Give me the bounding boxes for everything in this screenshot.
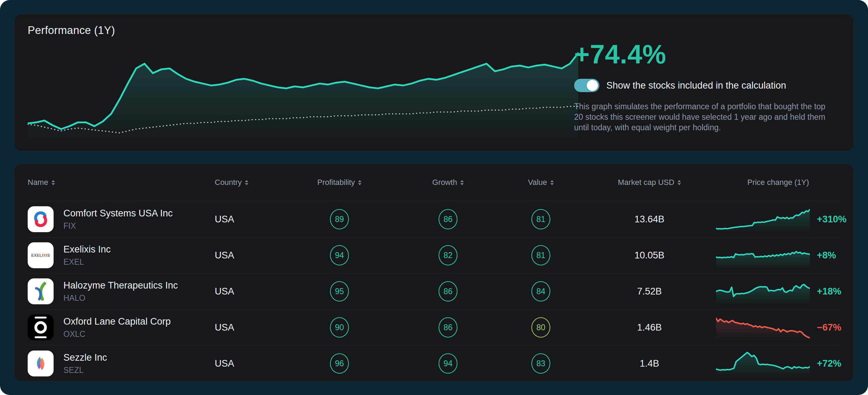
country-cell: USA (210, 358, 282, 369)
market-cap-cell: 7.52B (583, 286, 716, 297)
company-ticker: SEZL (63, 366, 107, 375)
country-cell: USA (210, 286, 282, 297)
column-label: Name (28, 178, 48, 187)
sort-icon (677, 180, 681, 185)
name-cell: Halozyme Therapeutics Inc HALO (28, 278, 210, 304)
price-sparkline (716, 206, 810, 233)
toggle-label: Show the stocks included in the calculat… (606, 80, 786, 91)
profitability-score: 95 (330, 281, 349, 302)
country-cell: USA (210, 322, 282, 333)
company-ticker: FIX (63, 221, 173, 231)
column-label: Profitability (317, 178, 355, 187)
market-cap-cell: 1.4B (583, 358, 716, 369)
profitability-score: 94 (330, 245, 349, 265)
table-row[interactable]: Oxford Lane Capital Corp OXLC USA 90 86 … (28, 309, 840, 345)
value-score: 83 (531, 353, 550, 374)
column-label: Growth (432, 178, 457, 187)
profitability-score: 90 (330, 317, 349, 338)
table-row[interactable]: Halozyme Therapeutics Inc HALO USA 95 86… (28, 273, 840, 309)
value-score: 81 (531, 209, 550, 229)
value-score: 84 (531, 281, 550, 302)
price-change-cell: +18% (716, 278, 848, 305)
comfort-systems-logo-icon (30, 209, 51, 229)
oxford-lane-logo-icon (28, 314, 54, 340)
stocks-table-card: NameCountryProfitabilityGrowthValueMarke… (14, 164, 854, 382)
name-cell: EXELIXIS Exelixis Inc EXEL (28, 242, 210, 268)
company-logo (28, 206, 54, 232)
price-change-cell: +310% (716, 206, 848, 233)
performance-return-value: +74.4% (574, 41, 844, 68)
company-name: Comfort Systems USA Inc (63, 208, 173, 219)
company-logo (28, 314, 54, 340)
sort-icon (358, 180, 361, 185)
price-change-value: +310% (817, 214, 847, 225)
column-header-profitability[interactable]: Profitability (282, 178, 397, 187)
performance-summary: +74.4% Show the stocks included in the c… (574, 41, 844, 133)
company-ticker: EXEL (63, 257, 111, 267)
table-row[interactable]: Comfort Systems USA Inc FIX USA 89 86 81… (28, 201, 840, 237)
toggle-knob (587, 80, 598, 91)
column-label: Market cap USD (618, 178, 674, 187)
column-label: Price change (1Y) (747, 178, 809, 187)
growth-score: 86 (439, 317, 457, 338)
company-name: Sezzle Inc (63, 352, 107, 363)
name-cell: Sezzle Inc SEZL (28, 351, 210, 376)
market-cap-cell: 13.64B (583, 214, 716, 225)
name-cell: Comfort Systems USA Inc FIX (28, 206, 210, 232)
company-ticker: OXLC (63, 330, 171, 339)
exelixis-logo-wordmark: EXELIXIS (31, 253, 50, 257)
profitability-score: 96 (330, 353, 349, 374)
column-header-price_change_1y: Price change (1Y) (716, 178, 840, 187)
column-header-value[interactable]: Value (499, 178, 583, 187)
sort-icon (51, 180, 55, 185)
price-change-value: +18% (817, 286, 847, 297)
price-sparkline (716, 350, 810, 377)
market-cap-cell: 1.46B (583, 322, 716, 333)
price-change-cell: +8% (716, 242, 848, 269)
growth-score: 82 (439, 245, 457, 265)
profitability-score: 89 (330, 209, 349, 229)
company-logo (28, 278, 54, 304)
column-header-market_cap_usd[interactable]: Market cap USD (583, 178, 716, 187)
performance-description: This graph simulates the performance of … (574, 101, 832, 133)
sort-icon (245, 180, 248, 185)
sort-icon (550, 180, 554, 185)
price-change-value: −67% (817, 322, 847, 333)
price-change-cell: −67% (716, 314, 848, 341)
column-label: Country (215, 178, 242, 187)
price-sparkline (716, 278, 810, 305)
app-background: Performance (1Y) +74.4% Show the stocks … (0, 0, 868, 395)
company-ticker: HALO (63, 293, 178, 303)
value-score: 80 (531, 317, 550, 338)
performance-chart (28, 41, 578, 143)
column-header-name[interactable]: Name (28, 178, 210, 187)
table-header-row: NameCountryProfitabilityGrowthValueMarke… (28, 164, 840, 201)
show-stocks-toggle[interactable] (574, 79, 599, 92)
country-cell: USA (210, 250, 282, 261)
performance-card: Performance (1Y) +74.4% Show the stocks … (14, 14, 854, 151)
country-cell: USA (210, 214, 282, 225)
column-label: Value (528, 178, 547, 187)
price-change-value: +72% (817, 358, 847, 369)
price-sparkline (716, 242, 810, 269)
table-body: Comfort Systems USA Inc FIX USA 89 86 81… (28, 201, 840, 381)
market-cap-cell: 10.05B (583, 250, 716, 261)
growth-score: 86 (439, 281, 457, 302)
growth-score: 86 (439, 209, 457, 229)
table-row[interactable]: Sezzle Inc SEZL USA 96 94 83 1.4B +72% (28, 345, 840, 381)
value-score: 81 (531, 245, 550, 265)
table-row[interactable]: EXELIXIS Exelixis Inc EXEL USA 94 82 81 … (28, 237, 840, 273)
performance-title: Performance (1Y) (28, 24, 115, 37)
price-change-value: +8% (817, 250, 847, 261)
growth-score: 94 (439, 353, 457, 374)
column-header-growth[interactable]: Growth (397, 178, 499, 187)
halozyme-logo-icon (30, 281, 51, 302)
name-cell: Oxford Lane Capital Corp OXLC (28, 314, 210, 340)
company-name: Exelixis Inc (63, 244, 111, 255)
company-logo: EXELIXIS (28, 242, 54, 268)
company-name: Halozyme Therapeutics Inc (63, 280, 178, 291)
price-change-cell: +72% (716, 350, 848, 377)
column-header-country[interactable]: Country (210, 178, 282, 187)
company-logo (28, 351, 54, 376)
price-sparkline (716, 314, 810, 341)
